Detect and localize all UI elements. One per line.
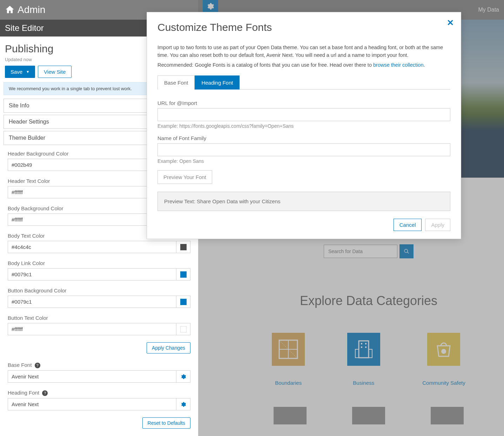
input-body-link[interactable] [8, 268, 176, 280]
admin-title: Admin [18, 4, 45, 15]
modal-footer: Cancel Apply [157, 219, 450, 231]
field-button-text: Button Text Color [8, 315, 190, 335]
tab-heading-font[interactable]: Heading Font [195, 75, 240, 90]
customize-theme-fonts-modal: ✕ Customize Theme Fonts Import up to two… [147, 12, 461, 239]
swatch-body-text-button[interactable] [176, 241, 190, 253]
modal-desc2-suffix: . [423, 62, 425, 68]
save-button[interactable]: Save ▼ [5, 66, 35, 78]
swatch-button-bg [180, 299, 187, 305]
save-label: Save [11, 69, 22, 75]
preview-font-button[interactable]: Preview Your Font [157, 170, 212, 184]
field-body-link: Body Link Color [8, 260, 190, 280]
font-family-label: Name of Font Family [157, 135, 450, 141]
modal-tabs: Base Font Heading Font [157, 75, 450, 90]
field-base-font: Base Font ? [8, 362, 190, 383]
swatch-button-bg-button[interactable] [176, 296, 190, 308]
help-icon[interactable]: ? [35, 363, 40, 368]
gear-icon [181, 374, 186, 379]
input-button-text[interactable] [8, 323, 176, 335]
input-body-text[interactable] [8, 241, 176, 253]
gear-base-font-button[interactable] [176, 370, 190, 383]
font-family-example: Example: Open Sans [157, 158, 450, 164]
gear-heading-font-button[interactable] [176, 398, 190, 410]
modal-close-button[interactable]: ✕ [447, 18, 454, 28]
field-button-bg: Button Background Color [8, 288, 190, 308]
cancel-button[interactable]: Cancel [394, 219, 422, 231]
label-heading-font-text: Heading Font [8, 390, 39, 396]
label-base-font-text: Base Font [8, 362, 32, 368]
swatch-body-text [180, 244, 187, 250]
help-icon[interactable]: ? [42, 390, 48, 396]
url-import-input[interactable] [157, 108, 450, 121]
field-heading-font: Heading Font ? [8, 390, 190, 410]
modal-body: URL for @Import Example: https://fonts.g… [157, 90, 450, 211]
apply-changes-button[interactable]: Apply Changes [147, 342, 190, 354]
label-button-text: Button Text Color [8, 315, 190, 321]
url-import-example: Example: https://fonts.googleapis.com/cs… [157, 123, 450, 129]
url-import-label: URL for @Import [157, 100, 450, 106]
swatch-button-text [180, 326, 187, 332]
modal-title: Customize Theme Fonts [157, 21, 450, 33]
caret-down-icon: ▼ [26, 70, 29, 74]
gear-icon [181, 402, 186, 407]
input-button-bg[interactable] [8, 296, 176, 308]
modal-description-1: Import up to two fonts to use as part of… [157, 44, 450, 59]
swatch-button-text-button[interactable] [176, 323, 190, 335]
input-base-font[interactable] [8, 370, 176, 383]
reset-defaults-row: Reset to Defaults [8, 417, 190, 429]
apply-button: Apply [425, 219, 450, 231]
tab-base-font[interactable]: Base Font [157, 75, 195, 90]
home-icon [5, 5, 15, 15]
font-family-input[interactable] [157, 143, 450, 156]
label-heading-font: Heading Font ? [8, 390, 190, 396]
label-button-bg: Button Background Color [8, 288, 190, 293]
apply-changes-row: Apply Changes [8, 342, 190, 354]
input-heading-font[interactable] [8, 398, 176, 410]
close-icon: ✕ [447, 18, 454, 27]
label-base-font: Base Font ? [8, 362, 190, 368]
swatch-body-link [180, 271, 187, 278]
modal-description-2: Recommended: Google Fonts is a catalog o… [157, 61, 450, 69]
top-bar-left: Admin [5, 4, 45, 15]
label-body-link: Body Link Color [8, 260, 190, 266]
modal-desc2-prefix: Recommended: Google Fonts is a catalog o… [157, 62, 373, 68]
browse-collection-link[interactable]: browse their collection [373, 62, 423, 68]
reset-defaults-button[interactable]: Reset to Defaults [142, 417, 190, 429]
preview-text-box: Preview Text: Share Open Data with your … [157, 192, 450, 211]
view-site-button[interactable]: View Site [38, 66, 72, 78]
swatch-body-link-button[interactable] [176, 268, 190, 280]
